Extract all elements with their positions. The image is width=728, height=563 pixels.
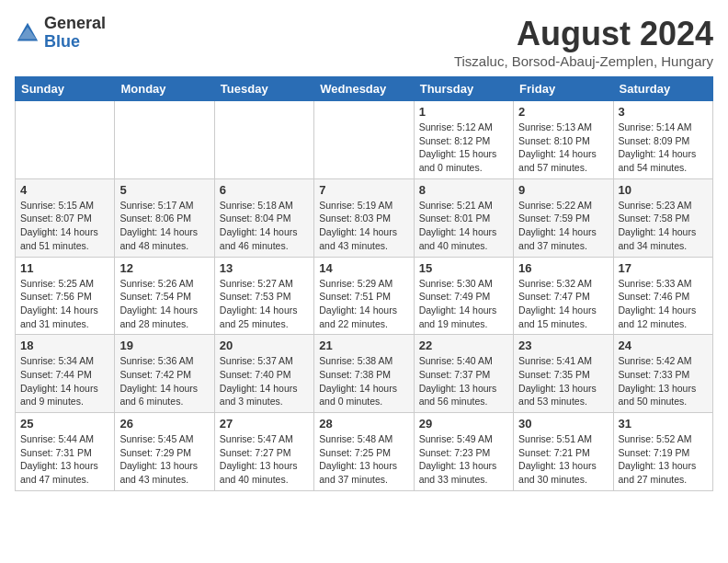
day-number: 23 bbox=[518, 339, 608, 352]
page-header: General Blue August 2024 Tiszaluc, Borso… bbox=[15, 15, 713, 69]
calendar-cell: 22Sunrise: 5:40 AM Sunset: 7:37 PM Dayli… bbox=[414, 335, 513, 413]
calendar-cell: 10Sunrise: 5:23 AM Sunset: 7:58 PM Dayli… bbox=[613, 178, 712, 257]
day-number: 1 bbox=[419, 105, 508, 119]
day-detail: Sunrise: 5:15 AM Sunset: 8:07 PM Dayligh… bbox=[20, 199, 109, 253]
day-number: 30 bbox=[518, 417, 608, 431]
day-number: 9 bbox=[518, 183, 608, 197]
calendar-cell bbox=[214, 101, 313, 179]
calendar-cell: 19Sunrise: 5:36 AM Sunset: 7:42 PM Dayli… bbox=[115, 335, 214, 413]
logo-blue: Blue bbox=[44, 33, 106, 52]
calendar-cell: 12Sunrise: 5:26 AM Sunset: 7:54 PM Dayli… bbox=[115, 257, 214, 335]
calendar-cell: 6Sunrise: 5:18 AM Sunset: 8:04 PM Daylig… bbox=[214, 178, 313, 257]
calendar-week-3: 11Sunrise: 5:25 AM Sunset: 7:56 PM Dayli… bbox=[16, 257, 713, 335]
day-number: 26 bbox=[119, 417, 209, 431]
day-detail: Sunrise: 5:17 AM Sunset: 8:06 PM Dayligh… bbox=[119, 199, 209, 253]
calendar-cell: 27Sunrise: 5:47 AM Sunset: 7:27 PM Dayli… bbox=[214, 413, 313, 491]
day-detail: Sunrise: 5:51 AM Sunset: 7:21 PM Dayligh… bbox=[518, 432, 608, 487]
day-detail: Sunrise: 5:30 AM Sunset: 7:49 PM Dayligh… bbox=[419, 277, 508, 331]
logo-general: General bbox=[44, 15, 106, 33]
calendar-cell: 2Sunrise: 5:13 AM Sunset: 8:10 PM Daylig… bbox=[514, 101, 613, 179]
weekday-header-sunday: Sunday bbox=[16, 77, 115, 101]
day-detail: Sunrise: 5:29 AM Sunset: 7:51 PM Dayligh… bbox=[319, 277, 408, 331]
weekday-header-row: SundayMondayTuesdayWednesdayThursdayFrid… bbox=[16, 77, 713, 101]
day-detail: Sunrise: 5:36 AM Sunset: 7:42 PM Dayligh… bbox=[119, 354, 209, 408]
day-number: 4 bbox=[20, 183, 109, 197]
day-detail: Sunrise: 5:45 AM Sunset: 7:29 PM Dayligh… bbox=[119, 432, 209, 487]
calendar-cell: 8Sunrise: 5:21 AM Sunset: 8:01 PM Daylig… bbox=[414, 178, 513, 257]
day-detail: Sunrise: 5:26 AM Sunset: 7:54 PM Dayligh… bbox=[119, 277, 209, 331]
day-detail: Sunrise: 5:37 AM Sunset: 7:40 PM Dayligh… bbox=[220, 354, 309, 408]
day-number: 20 bbox=[220, 339, 309, 352]
day-number: 8 bbox=[419, 183, 508, 197]
day-number: 29 bbox=[419, 417, 508, 431]
calendar-cell bbox=[115, 101, 214, 179]
calendar-cell bbox=[16, 101, 115, 179]
day-number: 11 bbox=[20, 261, 109, 275]
calendar-week-1: 1Sunrise: 5:12 AM Sunset: 8:12 PM Daylig… bbox=[16, 101, 713, 179]
day-detail: Sunrise: 5:44 AM Sunset: 7:31 PM Dayligh… bbox=[20, 432, 109, 487]
calendar-table: SundayMondayTuesdayWednesdayThursdayFrid… bbox=[15, 76, 713, 491]
weekday-header-saturday: Saturday bbox=[613, 77, 712, 101]
weekday-header-thursday: Thursday bbox=[414, 77, 513, 101]
location: Tiszaluc, Borsod-Abauj-Zemplen, Hungary bbox=[454, 53, 713, 69]
day-detail: Sunrise: 5:19 AM Sunset: 8:03 PM Dayligh… bbox=[319, 199, 408, 253]
day-detail: Sunrise: 5:14 AM Sunset: 8:09 PM Dayligh… bbox=[619, 121, 708, 175]
calendar-cell: 4Sunrise: 5:15 AM Sunset: 8:07 PM Daylig… bbox=[16, 178, 115, 257]
calendar-cell: 1Sunrise: 5:12 AM Sunset: 8:12 PM Daylig… bbox=[414, 101, 513, 179]
calendar-cell: 9Sunrise: 5:22 AM Sunset: 7:59 PM Daylig… bbox=[514, 178, 613, 257]
month-year: August 2024 bbox=[454, 15, 713, 53]
day-number: 3 bbox=[619, 105, 708, 119]
calendar-week-2: 4Sunrise: 5:15 AM Sunset: 8:07 PM Daylig… bbox=[16, 178, 713, 257]
calendar-cell: 11Sunrise: 5:25 AM Sunset: 7:56 PM Dayli… bbox=[16, 257, 115, 335]
calendar-cell: 7Sunrise: 5:19 AM Sunset: 8:03 PM Daylig… bbox=[314, 178, 414, 257]
day-detail: Sunrise: 5:25 AM Sunset: 7:56 PM Dayligh… bbox=[20, 277, 109, 331]
day-detail: Sunrise: 5:52 AM Sunset: 7:19 PM Dayligh… bbox=[619, 432, 708, 487]
day-number: 12 bbox=[119, 261, 209, 275]
day-detail: Sunrise: 5:40 AM Sunset: 7:37 PM Dayligh… bbox=[419, 354, 508, 408]
day-number: 27 bbox=[220, 417, 309, 431]
day-number: 13 bbox=[220, 261, 309, 275]
calendar-cell: 24Sunrise: 5:42 AM Sunset: 7:33 PM Dayli… bbox=[613, 335, 712, 413]
day-detail: Sunrise: 5:23 AM Sunset: 7:58 PM Dayligh… bbox=[619, 199, 708, 253]
calendar-cell: 23Sunrise: 5:41 AM Sunset: 7:35 PM Dayli… bbox=[514, 335, 613, 413]
day-detail: Sunrise: 5:22 AM Sunset: 7:59 PM Dayligh… bbox=[518, 199, 608, 253]
day-number: 31 bbox=[619, 417, 708, 431]
day-number: 5 bbox=[119, 183, 209, 197]
day-number: 6 bbox=[220, 183, 309, 197]
day-number: 15 bbox=[419, 261, 508, 275]
day-detail: Sunrise: 5:32 AM Sunset: 7:47 PM Dayligh… bbox=[518, 277, 608, 331]
day-number: 24 bbox=[619, 339, 708, 352]
calendar-cell: 20Sunrise: 5:37 AM Sunset: 7:40 PM Dayli… bbox=[214, 335, 313, 413]
day-number: 19 bbox=[119, 339, 209, 352]
day-detail: Sunrise: 5:49 AM Sunset: 7:23 PM Dayligh… bbox=[419, 432, 508, 487]
day-detail: Sunrise: 5:47 AM Sunset: 7:27 PM Dayligh… bbox=[220, 432, 309, 487]
weekday-header-wednesday: Wednesday bbox=[314, 77, 414, 101]
weekday-header-friday: Friday bbox=[514, 77, 613, 101]
day-number: 17 bbox=[619, 261, 708, 275]
day-detail: Sunrise: 5:12 AM Sunset: 8:12 PM Dayligh… bbox=[419, 121, 508, 175]
day-number: 16 bbox=[518, 261, 608, 275]
calendar-cell: 31Sunrise: 5:52 AM Sunset: 7:19 PM Dayli… bbox=[613, 413, 712, 491]
calendar-cell: 21Sunrise: 5:38 AM Sunset: 7:38 PM Dayli… bbox=[314, 335, 414, 413]
day-number: 18 bbox=[20, 339, 109, 352]
day-number: 2 bbox=[518, 105, 608, 119]
calendar-cell: 16Sunrise: 5:32 AM Sunset: 7:47 PM Dayli… bbox=[514, 257, 613, 335]
day-number: 25 bbox=[20, 417, 109, 431]
logo-icon bbox=[15, 20, 40, 46]
calendar-cell: 13Sunrise: 5:27 AM Sunset: 7:53 PM Dayli… bbox=[214, 257, 313, 335]
calendar-cell: 17Sunrise: 5:33 AM Sunset: 7:46 PM Dayli… bbox=[613, 257, 712, 335]
day-detail: Sunrise: 5:41 AM Sunset: 7:35 PM Dayligh… bbox=[518, 354, 608, 408]
day-detail: Sunrise: 5:38 AM Sunset: 7:38 PM Dayligh… bbox=[319, 354, 408, 408]
calendar-cell: 14Sunrise: 5:29 AM Sunset: 7:51 PM Dayli… bbox=[314, 257, 414, 335]
calendar-cell: 28Sunrise: 5:48 AM Sunset: 7:25 PM Dayli… bbox=[314, 413, 414, 491]
calendar-cell bbox=[314, 101, 414, 179]
weekday-header-tuesday: Tuesday bbox=[214, 77, 313, 101]
day-detail: Sunrise: 5:21 AM Sunset: 8:01 PM Dayligh… bbox=[419, 199, 508, 253]
day-detail: Sunrise: 5:33 AM Sunset: 7:46 PM Dayligh… bbox=[619, 277, 708, 331]
calendar-week-5: 25Sunrise: 5:44 AM Sunset: 7:31 PM Dayli… bbox=[16, 413, 713, 491]
calendar-week-4: 18Sunrise: 5:34 AM Sunset: 7:44 PM Dayli… bbox=[16, 335, 713, 413]
calendar-cell: 26Sunrise: 5:45 AM Sunset: 7:29 PM Dayli… bbox=[115, 413, 214, 491]
day-detail: Sunrise: 5:18 AM Sunset: 8:04 PM Dayligh… bbox=[220, 199, 309, 253]
day-number: 22 bbox=[419, 339, 508, 352]
calendar-cell: 30Sunrise: 5:51 AM Sunset: 7:21 PM Dayli… bbox=[514, 413, 613, 491]
